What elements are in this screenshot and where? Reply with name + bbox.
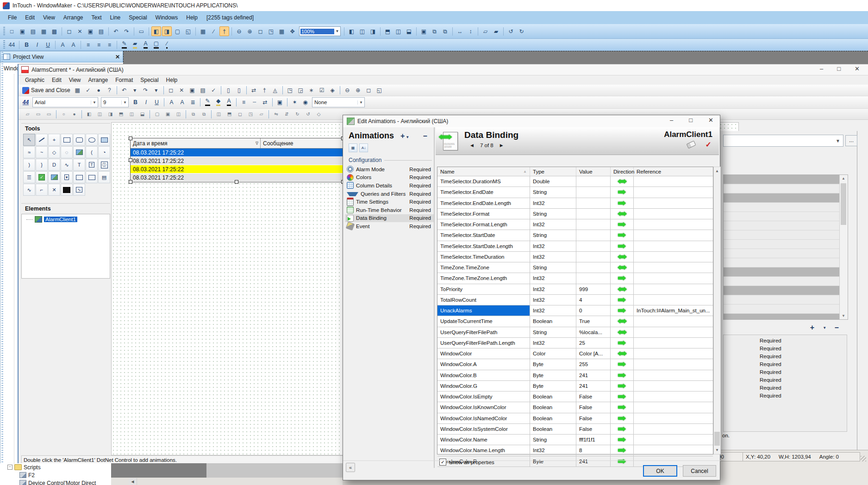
binding-name-cell[interactable]: TimeSelector.EndDate (437, 187, 530, 197)
binding-name-cell[interactable]: TimeSelector.TimeDuration (437, 252, 530, 262)
bold-icon[interactable]: B (131, 98, 140, 107)
tree-collapse-icon[interactable]: − (7, 465, 12, 470)
binding-row[interactable]: TimeSelector.FormatString (437, 209, 713, 219)
binding-row[interactable]: UnackAlarmsInt320InTouch:I#Alarm_Main_st… (437, 305, 713, 316)
font-size-combo[interactable]: 9 ▼ (101, 97, 129, 107)
resize-grip[interactable] (861, 456, 866, 461)
minimize-icon[interactable]: – (670, 117, 673, 124)
italic-icon[interactable]: I (141, 98, 151, 107)
pane-left-icon[interactable]: ◧ (151, 26, 161, 36)
sort-descending-icon[interactable]: ∇ (256, 141, 260, 146)
record-icon[interactable]: ● (94, 86, 104, 95)
add-animation-button[interactable]: + (400, 132, 405, 140)
menu-item-view[interactable]: View (39, 13, 59, 22)
fill-color-icon[interactable]: ▰ (130, 40, 140, 50)
undo-icon[interactable]: ↶ (119, 86, 129, 95)
binding-value-cell[interactable]: fff1f1f1 (576, 435, 611, 445)
binding-reference-cell[interactable] (634, 445, 713, 455)
export-graphic-icon[interactable]: ◲ (296, 86, 306, 95)
remove-animation-button[interactable]: – (835, 323, 839, 332)
binding-name-cell[interactable]: UpdateToCurrentTime (437, 316, 530, 326)
binding-reference-cell[interactable] (634, 316, 713, 326)
send-backward-icon[interactable]: ⧉ (199, 109, 209, 119)
binding-value-cell[interactable] (576, 176, 611, 187)
element-style-combo[interactable]: None ▼ (312, 97, 365, 107)
chevron-down-icon[interactable]: ▼ (357, 100, 364, 105)
pager-next-icon[interactable]: ▶ (500, 143, 503, 148)
exchange-reference-icon[interactable]: ⇄ (249, 86, 259, 95)
align-text-left-icon[interactable]: ≡ (83, 40, 93, 50)
binding-reference-cell[interactable] (634, 230, 713, 240)
align-center-icon[interactable]: ◫ (357, 26, 367, 36)
add-animation-button[interactable]: + (810, 323, 814, 332)
undo-dropdown-icon[interactable]: ▾ (130, 86, 140, 95)
step-connector-tool[interactable]: ⌐ (36, 184, 48, 196)
validate-check-icon[interactable]: ✓ (706, 143, 712, 147)
symbol-icon[interactable]: ◈ (328, 86, 337, 95)
justify-icon[interactable]: ≣ (188, 98, 198, 107)
binding-name-cell[interactable]: TimeSelector.Format.Length (437, 219, 530, 230)
space-down-icon[interactable]: ⬒ (225, 109, 234, 119)
zoom-grid-icon[interactable]: ▦ (277, 26, 287, 36)
remove-animation-button[interactable]: – (423, 132, 430, 140)
menu-item-help[interactable]: Help (182, 13, 202, 22)
flip-vertical-icon[interactable]: ⇵ (282, 109, 292, 119)
binding-value-cell[interactable]: Color [A... (576, 348, 611, 359)
column-header-name[interactable]: Name ▲ (437, 167, 530, 176)
underline-icon[interactable]: U (152, 98, 162, 107)
docked-list-row[interactable] (724, 305, 848, 314)
scale-tool[interactable]: ∿ (73, 184, 85, 196)
binding-row[interactable]: WindowColor.BByte241 (437, 370, 713, 381)
edit-points-icon[interactable]: ▱ (23, 109, 32, 119)
binding-row[interactable]: TimeSelector.EndDate.LengthInt32 (437, 198, 713, 209)
binding-value-cell[interactable] (576, 273, 611, 283)
selection-handle[interactable] (129, 137, 132, 140)
binding-direction-cell[interactable] (611, 370, 634, 380)
tab-windows-partial[interactable]: Windo (4, 65, 18, 73)
alarm-row-alarm[interactable]: 08.03.2021 17:25:22 (131, 165, 343, 174)
binding-direction-cell[interactable] (611, 381, 634, 391)
flip-horizontal-icon[interactable]: ⇋ (271, 109, 281, 119)
binding-row[interactable]: TimeSelector.DurationMSDouble (437, 176, 713, 187)
binding-row[interactable]: WindowColor.IsKnownColorBooleanFalse (437, 402, 713, 413)
binding-name-cell[interactable]: TimeSelector.StartDate.Length (437, 241, 530, 251)
cut-icon[interactable]: ✕ (75, 26, 85, 36)
binding-name-cell[interactable]: TimeSelector.StartDate (437, 230, 530, 240)
redo-icon[interactable]: ↷ (141, 86, 150, 95)
binding-direction-cell[interactable] (611, 305, 634, 316)
docked-list-row[interactable] (724, 203, 848, 212)
minimize-icon[interactable]: – (820, 65, 823, 72)
chevron-down-icon[interactable]: ▼ (334, 29, 340, 33)
new-icon[interactable]: □ (7, 26, 17, 36)
help-icon[interactable]: ? (105, 86, 114, 95)
binding-row[interactable]: WindowColor.AByte255 (437, 359, 713, 370)
docked-list-row[interactable] (724, 267, 848, 277)
binding-name-cell[interactable]: TimeZone.TimeZone.Length (437, 273, 530, 283)
binding-direction-cell[interactable] (611, 198, 634, 208)
validate-icon[interactable]: ✓ (83, 86, 93, 95)
menu-item-special[interactable]: Special (137, 76, 162, 84)
open-path-icon[interactable]: ○ (59, 109, 69, 119)
line-style-icon[interactable]: ┄ (250, 98, 259, 107)
align-middle-icon[interactable]: ◫ (127, 109, 137, 119)
sort-az-icon[interactable]: A↓ (359, 143, 368, 152)
new-window-icon[interactable]: ▣ (18, 26, 27, 36)
binding-row[interactable]: TimeZone.TimeZone.LengthInt32 (437, 273, 713, 284)
alarm-row-normal[interactable]: 08.03.2021 17:25:22 (131, 157, 343, 165)
zoom-window-icon[interactable]: ◻ (256, 26, 265, 36)
corner-point-icon[interactable]: ▭ (44, 109, 54, 119)
selection-handle[interactable] (235, 180, 238, 184)
save-icon[interactable]: ▦ (39, 26, 49, 36)
bold-icon[interactable]: B (22, 40, 31, 50)
redo-icon[interactable]: ↷ (122, 26, 131, 36)
binding-reference-cell[interactable] (634, 359, 713, 369)
binding-reference-cell[interactable] (634, 424, 713, 434)
binding-reference-cell[interactable] (634, 435, 713, 445)
selector-tool[interactable]: ↖ (23, 134, 35, 146)
binding-direction-cell[interactable] (611, 295, 634, 305)
binding-row[interactable]: WindowColor.Name.LengthInt328 (437, 445, 713, 456)
docked-list-row[interactable] (724, 277, 848, 286)
binding-name-cell[interactable]: WindowColor.IsNamedColor (437, 413, 530, 423)
dock-gripper[interactable] (1, 52, 3, 463)
binding-reference-cell[interactable] (634, 252, 713, 262)
